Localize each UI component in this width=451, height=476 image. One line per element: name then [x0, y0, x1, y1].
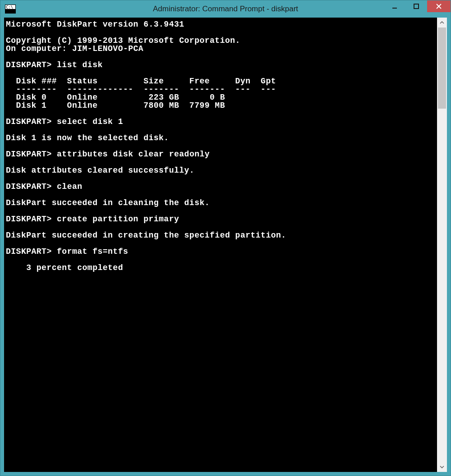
minimize-button[interactable] [384, 0, 405, 12]
blank-line [6, 223, 435, 231]
command: attributes disk clear readonly [57, 150, 210, 159]
prompt: DISKPART> [6, 117, 52, 126]
response-line: Disk attributes cleared successfully. [6, 166, 435, 174]
terminal-output[interactable]: Microsoft DiskPart version 6.3.9431Copyr… [4, 18, 437, 472]
prompt: DISKPART> [6, 150, 52, 159]
scroll-up-button[interactable] [437, 18, 447, 27]
blank-line [6, 126, 435, 134]
blank-line [6, 207, 435, 215]
blank-line [6, 28, 435, 37]
command: select disk 1 [57, 117, 123, 126]
window-title: Administrator: Command Prompt - diskpart [0, 5, 451, 14]
command: clean [57, 182, 83, 191]
svg-rect-1 [414, 4, 419, 9]
scrollbar-thumb[interactable] [438, 27, 446, 109]
blank-line [6, 69, 435, 77]
minimize-icon [392, 4, 397, 9]
command: create partition primary [57, 215, 179, 224]
prompt-line: DISKPART> list disk [6, 61, 435, 69]
blank-line [6, 53, 435, 61]
svg-rect-0 [392, 8, 397, 9]
close-button[interactable] [427, 0, 451, 12]
prompt: DISKPART> [6, 60, 52, 69]
table-row: Disk 0 Online 223 GB 0 B [6, 93, 435, 101]
table-divider: -------- ------------- ------- ------- -… [6, 85, 435, 93]
response-line: DiskPart succeeded in creating the speci… [6, 231, 435, 239]
blank-line [6, 142, 435, 150]
prompt-line: DISKPART> select disk 1 [6, 118, 435, 126]
prompt-line: DISKPART> format fs=ntfs [6, 247, 435, 256]
window-controls [384, 0, 451, 14]
scrollbar-track[interactable] [437, 27, 447, 462]
cmd-icon [5, 5, 16, 14]
blank-line [6, 110, 435, 118]
blank-line [6, 191, 435, 199]
maximize-icon [414, 4, 419, 9]
blank-line [6, 239, 435, 247]
prompt: DISKPART> [6, 182, 52, 191]
client-area: Microsoft DiskPart version 6.3.9431Copyr… [4, 18, 447, 472]
chevron-down-icon [440, 465, 444, 469]
prompt-line: DISKPART> create partition primary [6, 215, 435, 223]
prompt-line: DISKPART> clean [6, 183, 435, 191]
titlebar[interactable]: Administrator: Command Prompt - diskpart [0, 0, 451, 18]
copyright-line: Copyright (C) 1999-2013 Microsoft Corpor… [6, 37, 435, 45]
version-line: Microsoft DiskPart version 6.3.9431 [6, 20, 435, 28]
response-line: Disk 1 is now the selected disk. [6, 134, 435, 142]
command: format fs=ntfs [57, 247, 128, 256]
chevron-up-icon [440, 20, 444, 25]
blank-line [6, 256, 435, 264]
table-header: Disk ### Status Size Free Dyn Gpt [6, 77, 435, 85]
prompt: DISKPART> [6, 215, 52, 224]
maximize-button[interactable] [405, 0, 427, 12]
blank-line [6, 174, 435, 183]
command-prompt-window: Administrator: Command Prompt - diskpart… [0, 0, 451, 476]
response-line: DiskPart succeeded in cleaning the disk. [6, 199, 435, 207]
scroll-down-button[interactable] [437, 462, 447, 472]
progress-line: 3 percent completed [6, 264, 435, 272]
vertical-scrollbar[interactable] [437, 18, 447, 472]
close-icon [436, 4, 442, 9]
prompt-line: DISKPART> attributes disk clear readonly [6, 150, 435, 158]
table-row: Disk 1 Online 7800 MB 7799 MB [6, 101, 435, 110]
blank-line [6, 158, 435, 166]
command: list disk [57, 60, 103, 69]
prompt: DISKPART> [6, 247, 52, 256]
computer-line: On computer: JIM-LENOVO-PCA [6, 45, 435, 53]
